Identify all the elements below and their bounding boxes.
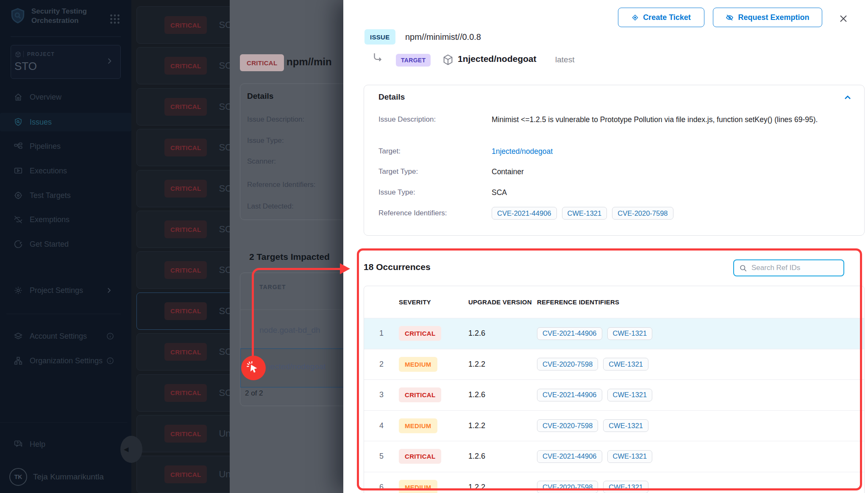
sidebar-item-exemptions[interactable]: Exemptions	[0, 210, 131, 229]
ref-id-pill[interactable]: CWE-1321	[607, 327, 653, 340]
org-hierarchy-icon	[14, 356, 23, 365]
ref-id-pill[interactable]: CVE-2020-7598	[537, 481, 598, 493]
field-label: Reference Identifiers:	[378, 209, 447, 217]
ref-id-pill[interactable]: CWE-1321	[603, 419, 648, 432]
app-switcher-grid-icon[interactable]	[108, 12, 122, 26]
user-avatar[interactable]: TK	[9, 468, 27, 486]
occurrence-row: 2 MEDIUM 1.2.2 CVE-2020-7598CWE-1321	[364, 349, 864, 380]
target-link[interactable]: 1njected/nodegoat	[492, 147, 553, 156]
sidebar-item-overview[interactable]: Overview	[0, 88, 131, 106]
occurrence-modal: Create Ticket Request Exemption ISSUE np…	[343, 0, 868, 493]
occurrence-row: 6 MEDIUM 1.2.2 CVE-2020-7598CWE-1321	[364, 472, 864, 493]
sidebar-item-get-started[interactable]: Get Started	[0, 235, 131, 253]
severity-badge: CRITICAL	[164, 343, 207, 361]
ref-id-pill[interactable]: CVE-2021-44906	[537, 450, 602, 463]
get-started-icon	[14, 240, 23, 249]
elbow-arrow-icon	[371, 52, 384, 64]
sidebar-item-test-targets[interactable]: Test Targets	[0, 186, 131, 205]
details-card	[240, 84, 343, 220]
ref-id-pill[interactable]: CVE-2020-7598	[537, 358, 598, 370]
column-header-severity: SEVERITY	[399, 298, 468, 306]
issue-type: SCA	[219, 387, 230, 398]
search-ref-ids-input[interactable]	[751, 263, 838, 273]
reference-identifiers: CVE-2021-44906CWE-1321	[537, 389, 652, 401]
issue-list-row[interactable]: CRITICAL SCA	[136, 170, 230, 207]
sidebar-item-label: Executions	[30, 167, 67, 175]
issue-list-row[interactable]: CRITICAL Unk	[136, 456, 230, 493]
user-name: Teja Kummarikuntla	[33, 472, 104, 482]
info-icon	[106, 332, 114, 340]
issue-type: SCA	[219, 60, 230, 71]
row-index: 6	[364, 483, 399, 492]
sidebar-item-help[interactable]: Help	[0, 435, 131, 454]
sidebar-item-pipelines[interactable]: Pipelines	[0, 137, 131, 156]
executions-icon	[14, 166, 23, 175]
issue-list-row[interactable]: CRITICAL Unk	[136, 415, 230, 452]
create-ticket-button[interactable]: Create Ticket	[618, 8, 704, 27]
project-selector[interactable]: PROJECT STO	[11, 45, 121, 79]
issue-type-value: SCA	[492, 188, 507, 197]
issue-type: SCA	[219, 265, 230, 276]
reference-identifiers: CVE-2020-7598CWE-1321	[537, 481, 648, 493]
ref-id-pill[interactable]: CWE-1321	[603, 481, 648, 493]
sidebar-collapse-handle[interactable]: ◀	[120, 436, 142, 463]
layers-icon	[14, 331, 23, 341]
sidebar-item-project-settings[interactable]: Project Settings	[0, 281, 131, 300]
target-row[interactable]: 1njected/nodegoat	[259, 362, 326, 371]
sidebar-item-label: Issues	[30, 118, 52, 127]
reference-identifiers: CVE-2020-7598CWE-1321	[537, 419, 648, 432]
ref-id-pill[interactable]: CWE-1321	[607, 450, 653, 463]
request-exemption-button[interactable]: Request Exemption	[713, 8, 822, 27]
chevron-up-icon[interactable]	[843, 92, 853, 103]
issue-type: Unk	[219, 428, 230, 439]
issue-list-row[interactable]: CRITICAL SCA	[136, 292, 230, 330]
sidebar-item-label: Help	[30, 440, 45, 449]
info-icon	[106, 357, 114, 365]
pagination-label: 2 of 2	[245, 389, 263, 398]
issue-list-row[interactable]: CRITICAL SCA	[136, 88, 230, 125]
issue-list-row[interactable]: CRITICAL SCA	[136, 333, 230, 370]
sidebar-item-executions[interactable]: Executions	[0, 162, 131, 180]
severity-badge: CRITICAL	[399, 449, 441, 464]
issue-list-row[interactable]: CRITICAL SCA	[136, 47, 230, 84]
ref-id-pill[interactable]: CVE-2021-44906	[537, 327, 602, 340]
issue-list-row[interactable]: CRITICAL SCA	[136, 129, 230, 166]
severity-badge: CRITICAL	[164, 220, 207, 238]
field-label: Target:	[378, 147, 401, 156]
issue-type: SCA	[219, 306, 230, 317]
help-chat-icon	[14, 440, 23, 449]
sidebar: Security Testing Orchestration PROJECT S…	[0, 0, 131, 493]
target-column-header: TARGET	[259, 284, 286, 290]
severity-badge: CRITICAL	[164, 16, 207, 34]
ref-id-pill[interactable]: CVE-2020-7598	[537, 419, 598, 432]
sidebar-item-issues[interactable]: Issues	[0, 113, 131, 131]
project-name: STO	[14, 60, 37, 73]
ref-id-pill[interactable]: CVE-2021-44906	[537, 389, 602, 401]
issue-type: SCA	[219, 224, 230, 235]
occurrence-row: 1 CRITICAL 1.2.6 CVE-2021-44906CWE-1321	[364, 318, 864, 349]
field-label: Reference Identifiers:	[247, 181, 316, 189]
close-icon[interactable]	[836, 11, 851, 26]
ref-id-pill[interactable]: CWE-1321	[562, 207, 607, 220]
severity-badge: CRITICAL	[399, 387, 441, 402]
severity-badge: CRITICAL	[164, 180, 207, 198]
issue-list-row[interactable]: CRITICAL SCA	[136, 6, 230, 44]
issue-list-row[interactable]: CRITICAL SCA	[136, 211, 230, 248]
field-label: Issue Type:	[378, 188, 415, 197]
target-row[interactable]: node.goat-bd_dh	[259, 326, 320, 335]
ref-id-pill[interactable]: CVE-2020-7598	[612, 207, 673, 220]
issue-list-row[interactable]: CRITICAL SCA	[136, 251, 230, 289]
issue-list-row[interactable]: CRITICAL SCA	[136, 374, 230, 412]
occurrence-row: 5 CRITICAL 1.2.6 CVE-2021-44906CWE-1321	[364, 441, 864, 472]
occurrence-row: 4 MEDIUM 1.2.2 CVE-2020-7598CWE-1321	[364, 411, 864, 442]
search-box[interactable]	[733, 259, 844, 276]
severity-badge: MEDIUM	[399, 357, 437, 372]
ref-id-pill[interactable]: CWE-1321	[603, 358, 648, 370]
severity-badge: CRITICAL	[240, 54, 284, 71]
severity-badge: CRITICAL	[164, 465, 207, 483]
sidebar-item-organization-settings[interactable]: Organization Settings	[0, 351, 131, 370]
ref-id-pill[interactable]: CWE-1321	[607, 389, 653, 401]
ref-id-pill[interactable]: CVE-2021-44906	[492, 207, 557, 220]
sidebar-item-account-settings[interactable]: Account Settings	[0, 327, 131, 345]
app-title: Security Testing Orchestration	[31, 7, 108, 25]
